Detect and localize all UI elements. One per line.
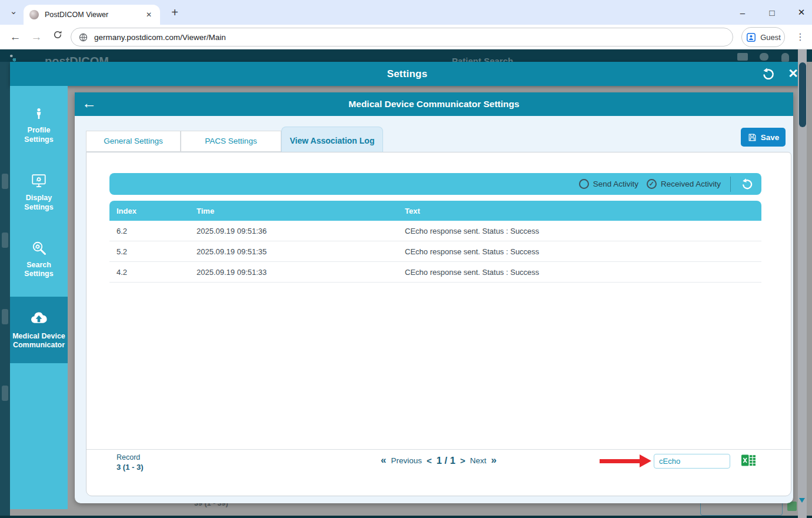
next-page-icon[interactable]: >: [460, 456, 465, 466]
radio-unchecked-icon: [579, 179, 589, 189]
browser-toolbar: ← → germany.postdicom.com/Viewer/Main Gu…: [0, 25, 812, 49]
search-settings-icon: [31, 240, 47, 256]
dimmed-tool-icon: [2, 309, 8, 324]
tab-favicon: [29, 10, 39, 19]
table-row[interactable]: 4.2 2025.09.19 09:51:33 CEcho response s…: [109, 262, 761, 283]
cell-text: CEcho response sent. Status : Success: [398, 247, 761, 256]
tab-view-association-log[interactable]: View Association Log: [281, 127, 383, 152]
minimize-button[interactable]: –: [737, 8, 748, 18]
reload-button[interactable]: [49, 28, 66, 45]
table-row[interactable]: 6.2 2025.09.19 09:51:36 CEcho response s…: [109, 221, 761, 241]
settings-refresh-button[interactable]: [761, 67, 776, 82]
scrollbar-down-icon[interactable]: [799, 498, 805, 503]
tab-pacs-settings[interactable]: PACS Settings: [181, 131, 281, 152]
export-excel-button[interactable]: [741, 453, 756, 469]
sidebar-item-display-settings[interactable]: Display Settings: [10, 164, 68, 221]
received-activity-radio[interactable]: ✓ Received Activity: [647, 179, 721, 189]
cell-time: 2025.09.19 09:51:36: [189, 227, 398, 235]
column-header-time: Time: [189, 207, 398, 215]
cloud-upload-icon: [29, 308, 48, 327]
dimmed-header-icon: [737, 53, 748, 61]
last-page-icon[interactable]: »: [491, 454, 496, 466]
association-log-card: Send Activity ✓ Received Activity Index …: [86, 152, 791, 496]
first-page-icon[interactable]: «: [381, 454, 386, 466]
maximize-button[interactable]: □: [766, 8, 778, 18]
sidebar-item-label: Medical Device Communicator: [12, 332, 65, 350]
send-activity-radio[interactable]: Send Activity: [579, 179, 638, 189]
toolbar-divider: [730, 177, 731, 192]
reload-icon: [52, 29, 63, 40]
settings-sidebar: Profile Settings Display Settings Search…: [10, 86, 68, 509]
table-header-row: Index Time Text: [109, 201, 761, 221]
cell-time: 2025.09.19 09:51:33: [189, 268, 398, 277]
sidebar-item-medical-device-communicator[interactable]: Medical Device Communicator: [10, 297, 68, 363]
site-globe-icon: [78, 32, 88, 42]
save-label: Save: [761, 133, 780, 142]
browser-tab-strip: ⌄ PostDICOM Viewer ✕ + – □ ✕: [0, 0, 812, 25]
red-pointer-arrow-head: [640, 454, 651, 467]
dimmed-tool-icon: [2, 174, 8, 189]
dimmed-header-icon: [781, 53, 789, 62]
cell-text: CEcho response sent. Status : Success: [398, 227, 761, 235]
dimmed-header-icon: [760, 53, 768, 61]
column-header-index: Index: [109, 207, 189, 215]
new-tab-button[interactable]: +: [167, 5, 183, 21]
cell-text: CEcho response sent. Status : Success: [398, 268, 761, 277]
sidebar-item-label: Display Settings: [24, 194, 53, 212]
dimmed-bottom-bar: [0, 516, 812, 518]
tab-general-settings[interactable]: General Settings: [86, 131, 181, 152]
log-table: Index Time Text 6.2 2025.09.19 09:51:36 …: [109, 201, 761, 283]
tab-title: PostDICOM Viewer: [45, 11, 144, 19]
page-indicator: 1 / 1: [437, 455, 455, 466]
prev-page-icon[interactable]: <: [427, 456, 432, 466]
settings-title: Settings: [10, 62, 804, 86]
radio-label: Send Activity: [593, 180, 638, 188]
log-search-input[interactable]: [654, 454, 730, 469]
url-text[interactable]: germany.postdicom.com/Viewer/Main: [94, 33, 226, 42]
back-button[interactable]: ←: [7, 29, 24, 45]
cell-index: 6.2: [109, 227, 189, 235]
profile-label: Guest: [760, 33, 781, 42]
column-header-text: Text: [398, 207, 761, 215]
refresh-icon: [761, 67, 776, 82]
cell-index: 4.2: [109, 268, 189, 277]
mdc-panel-header: ← Medical Device Communicator Settings: [75, 92, 793, 116]
sidebar-item-label: Profile Settings: [24, 126, 53, 144]
page-scrollbar[interactable]: [798, 49, 807, 518]
log-toolbar: Send Activity ✓ Received Activity: [109, 173, 761, 195]
cell-index: 5.2: [109, 247, 189, 256]
dimmed-tool-icon: [2, 386, 8, 401]
dimmed-left-toolbar: [0, 62, 10, 518]
log-refresh-button[interactable]: [740, 177, 754, 191]
screen: ⌄ PostDICOM Viewer ✕ + – □ ✕ ← → germany…: [0, 0, 812, 518]
next-page-button[interactable]: Next: [470, 456, 487, 465]
address-bar[interactable]: germany.postdicom.com/Viewer/Main: [71, 28, 733, 47]
sidebar-item-search-settings[interactable]: Search Settings: [10, 231, 68, 288]
display-settings-icon: [31, 172, 47, 189]
red-pointer-arrow: [600, 459, 641, 463]
sidebar-item-label: Search Settings: [24, 261, 53, 279]
sidebar-item-profile-settings[interactable]: Profile Settings: [10, 99, 68, 154]
log-footer: Record 3 (1 - 3) « Previous < 1 / 1 > Ne…: [86, 449, 791, 496]
previous-page-button[interactable]: Previous: [391, 456, 422, 465]
settings-modal-header: Settings ✕: [10, 62, 804, 86]
excel-icon: [741, 453, 756, 467]
scrollbar-thumb[interactable]: [799, 62, 806, 127]
close-window-button[interactable]: ✕: [796, 7, 807, 18]
save-icon: [747, 132, 757, 142]
forward-button[interactable]: →: [28, 29, 45, 45]
mdc-settings-panel: ← Medical Device Communicator Settings G…: [75, 92, 793, 503]
cell-time: 2025.09.19 09:51:35: [189, 247, 398, 256]
browser-menu-icon[interactable]: ⋮: [793, 29, 807, 45]
table-row[interactable]: 5.2 2025.09.19 09:51:35 CEcho response s…: [109, 241, 761, 262]
dimmed-brand-text: postDICOM: [45, 55, 109, 62]
profile-avatar-icon: [746, 32, 757, 43]
dimmed-nav-title: Patient Search: [452, 56, 513, 62]
dimmed-app-header: postDICOM Patient Search: [0, 49, 812, 62]
mdc-panel-title: Medical Device Communicator Settings: [75, 92, 793, 116]
browser-tab[interactable]: PostDICOM Viewer ✕: [24, 5, 160, 25]
profile-button[interactable]: Guest: [741, 27, 785, 47]
tab-close-icon[interactable]: ✕: [144, 9, 154, 20]
tab-search-icon[interactable]: ⌄: [6, 4, 21, 19]
save-button[interactable]: Save: [741, 128, 786, 147]
